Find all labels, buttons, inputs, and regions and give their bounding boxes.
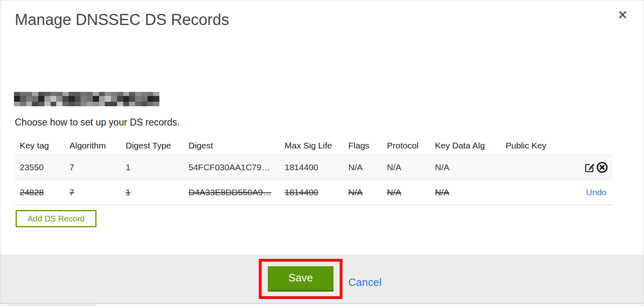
table-row-deleted: 24828 7 1 D4A33E8DD550A9… 1814400 N/A N/… <box>15 180 612 205</box>
row-actions: Undo <box>566 187 612 197</box>
table-row: 23550 7 1 54FCF030AA1C79… 1814400 N/A N/… <box>15 154 612 180</box>
close-button[interactable] <box>617 9 628 20</box>
cell-key-tag: 23550 <box>15 162 64 172</box>
page-title: Manage DNSSEC DS Records <box>15 11 229 29</box>
cell-key-tag: 24828 <box>15 187 64 197</box>
cell-digest: D4A33E8DD550A9… <box>184 187 280 197</box>
cell-key-data-alg: N/A <box>430 162 501 172</box>
column-header-digest: Digest <box>184 141 280 151</box>
save-button[interactable]: Save <box>268 266 334 292</box>
add-ds-record-button[interactable]: Add DS Record <box>16 210 97 227</box>
modal-footer: Save Cancel <box>0 255 644 304</box>
background-text-blur <box>8 304 96 306</box>
domain-name-redacted <box>14 92 159 106</box>
delete-record-button[interactable] <box>596 161 608 174</box>
column-header-protocol: Protocol <box>382 141 430 151</box>
delete-icon <box>596 161 608 174</box>
ds-records-table: Key tag Algorithm Digest Type Digest Max… <box>15 137 612 205</box>
undo-link[interactable]: Undo <box>586 187 608 197</box>
cell-digest-type: 1 <box>121 162 184 172</box>
cell-flags: N/A <box>343 162 382 172</box>
close-icon <box>618 10 627 19</box>
row-actions <box>566 161 612 174</box>
column-header-key-tag: Key tag <box>15 141 64 151</box>
cell-flags: N/A <box>343 187 382 197</box>
edit-record-button[interactable] <box>584 162 595 173</box>
column-header-algorithm: Algorithm <box>64 141 121 151</box>
table-header-row: Key tag Algorithm Digest Type Digest Max… <box>15 137 612 154</box>
cell-protocol: N/A <box>382 187 430 197</box>
dnssec-modal: Manage DNSSEC DS Records Choose how to s… <box>0 0 644 306</box>
cell-algorithm: 7 <box>64 187 121 197</box>
cell-algorithm: 7 <box>64 162 121 172</box>
edit-icon <box>584 162 595 173</box>
cell-max-sig-life: 1814400 <box>280 187 343 197</box>
column-header-public-key: Public Key <box>501 141 566 151</box>
cell-digest: 54FCF030AA1C79… <box>184 162 280 172</box>
column-header-digest-type: Digest Type <box>121 141 184 151</box>
column-header-key-data-alg: Key Data Alg <box>430 141 501 151</box>
red-annotation-box: Save <box>259 259 343 299</box>
cell-max-sig-life: 1814400 <box>280 162 343 172</box>
column-header-max-sig-life: Max Sig Life <box>280 141 343 151</box>
intro-text: Choose how to set up your DS records. <box>15 117 179 128</box>
column-header-flags: Flags <box>343 141 382 151</box>
cell-key-data-alg: N/A <box>430 187 501 197</box>
cell-digest-type: 1 <box>121 187 184 197</box>
page-behind-modal <box>0 304 644 306</box>
cell-protocol: N/A <box>382 162 430 172</box>
cancel-link[interactable]: Cancel <box>348 276 382 289</box>
